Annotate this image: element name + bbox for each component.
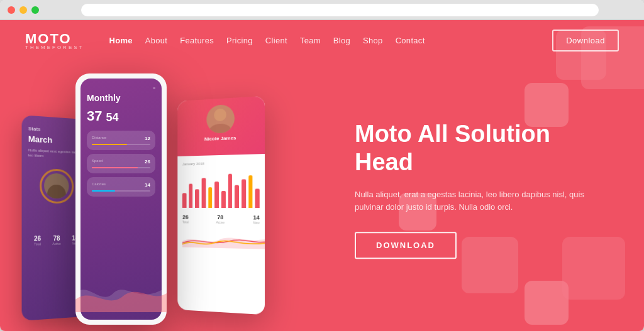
phone-main-title: Monthly (87, 93, 155, 103)
cr-name: Nicole James (184, 134, 258, 143)
phones-area: Stats March Nulla aliquet erat egestas l… (13, 55, 277, 331)
nav-link-team[interactable]: Team (300, 36, 321, 45)
cr-stats: 26 Total 78 Active 14 New (182, 214, 260, 225)
phone-stat-card-3: Calories 14 (87, 177, 155, 197)
card-right-body: January 2018 (177, 154, 265, 258)
hero-content: Moto All Solution Head Nulla aliquet, er… (355, 120, 594, 259)
phone-stat-card-1: Distance 12 (87, 131, 155, 150)
phone-main: ≡ Monthly 37 54 Distance 12 (75, 73, 167, 325)
browser-window: MOTO THEMEFOREST Home About Features Pri… (0, 0, 644, 331)
close-dot[interactable] (8, 6, 15, 14)
hero-title: Moto All Solution Head (355, 120, 594, 177)
bar-chart (182, 170, 260, 208)
navbar: MOTO THEMEFOREST Home About Features Pri… (0, 20, 644, 61)
nav-link-features[interactable]: Features (180, 36, 214, 45)
cr-date: January 2018 (182, 160, 260, 166)
logo: MOTO THEMEFOREST (25, 31, 84, 50)
nav-link-shop[interactable]: Shop (363, 36, 383, 45)
nav-link-pricing[interactable]: Pricing (226, 36, 253, 45)
phone-wave (80, 274, 162, 312)
card-right: Nicole James January 2018 (177, 96, 265, 315)
cr-avatar (206, 104, 235, 134)
phone-main-stats: 37 54 (87, 108, 155, 124)
download-nav-button[interactable]: Download (552, 30, 619, 52)
svg-point-1 (209, 123, 231, 134)
nav-link-client[interactable]: Client (265, 36, 287, 45)
nav-link-blog[interactable]: Blog (333, 36, 350, 45)
phone-main-screen: ≡ Monthly 37 54 Distance 12 (80, 79, 162, 320)
url-bar[interactable] (81, 4, 599, 16)
maximize-dot[interactable] (31, 6, 39, 14)
nav-links: Home About Features Pricing Client Team … (109, 36, 552, 45)
nav-link-home[interactable]: Home (109, 36, 132, 45)
hero-section: MOTO THEMEFOREST Home About Features Pri… (0, 20, 644, 331)
hero-cta-button[interactable]: DOWNLOAD (355, 232, 457, 259)
minimize-dot[interactable] (19, 6, 27, 14)
nav-link-contact[interactable]: Contact (396, 36, 425, 45)
nav-link-about[interactable]: About (145, 36, 167, 45)
svg-point-0 (214, 108, 226, 121)
card-right-header: Nicole James (177, 96, 265, 156)
phone-stat-card-2: Speed 26 (87, 154, 155, 173)
browser-titlebar (0, 0, 644, 20)
hero-description: Nulla aliquet, erat a egestas lacinia, l… (355, 188, 594, 215)
cr-mini-wave (182, 232, 265, 249)
card-left-circle (40, 168, 74, 203)
avatar-small (44, 173, 69, 199)
browser-content: MOTO THEMEFOREST Home About Features Pri… (0, 20, 644, 331)
